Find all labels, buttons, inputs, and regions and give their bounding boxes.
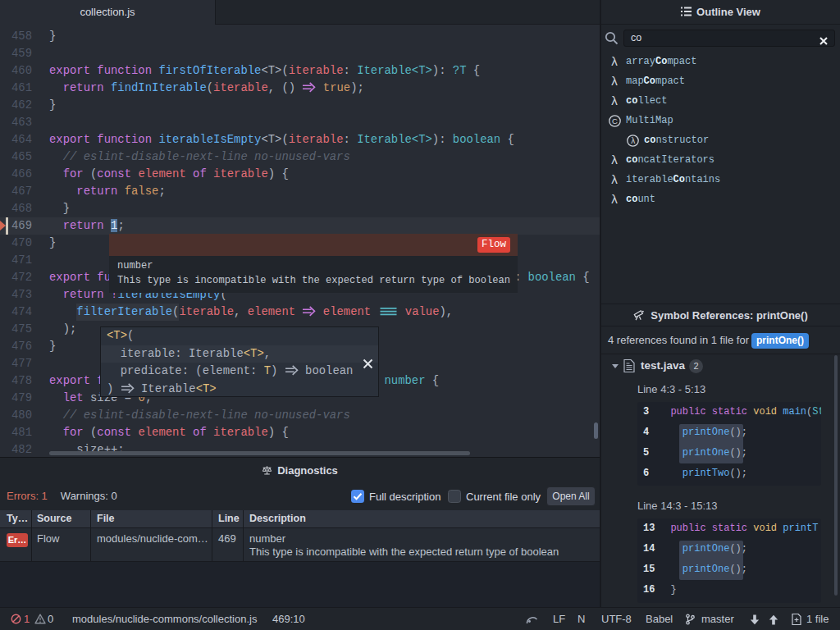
svg-text:λ: λ [631, 136, 635, 145]
svg-text:C: C [612, 116, 618, 126]
